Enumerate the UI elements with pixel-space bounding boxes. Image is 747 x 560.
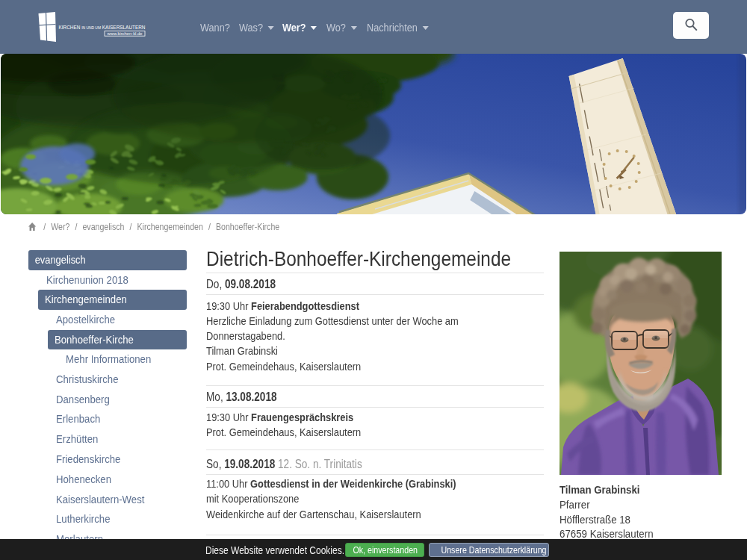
svg-text:KIRCHEN IN UND UM KAISERSLAUTE: KIRCHEN IN UND UM KAISERSLAUTERN [59, 24, 146, 31]
svg-text:www.kirchen-kl.de: www.kirchen-kl.de [106, 31, 142, 36]
